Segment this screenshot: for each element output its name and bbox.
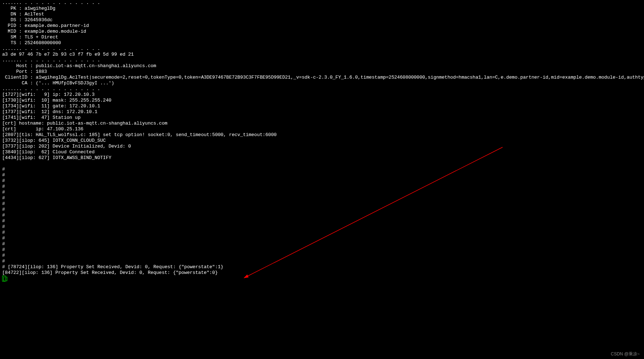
terminal-line: [crt] ip: 47.100.25.136 (2, 126, 642, 132)
terminal-line: [1741][wifi: 47] Station up (2, 115, 642, 121)
terminal-line: [3737][ilop: 202] Device Initialized, De… (2, 144, 642, 149)
terminal-line: # (2, 178, 642, 184)
terminal-line: # (2, 167, 642, 172)
terminal-line: [crt] hostname: public.iot-as-mqtt.cn-sh… (2, 121, 642, 126)
terminal-line: ....... . . . . . . . . . . . . . . (2, 46, 642, 52)
terminal-line: # (2, 213, 642, 218)
terminal-line: [1737][wifi: 12] dns: 172.20.10.1 (2, 109, 642, 115)
terminal-line: # (2, 224, 642, 230)
terminal-line: DN : AclTest (2, 11, 642, 17)
terminal-line: DS : 32645936dc (2, 17, 642, 23)
terminal-prompt[interactable]: [] (2, 276, 642, 282)
terminal-output[interactable]: ....... . . . . . . . . . . . . . . PK :… (0, 0, 644, 282)
terminal-line: Host : public.iot-as-mqtt.cn-shanghai.al… (2, 63, 642, 69)
terminal-line: TS : 2524608000000 (2, 40, 642, 46)
cursor: [] (2, 276, 6, 281)
terminal-line: # (2, 190, 642, 195)
terminal-line: [1730][wifi: 10] mask: 255.255.255.240 (2, 98, 642, 103)
terminal-line: Port : 1883 (2, 69, 642, 75)
terminal-line: ....... . . . . . . . . . . . . . . (2, 86, 642, 92)
terminal-line: [4434][ilop: 627] IOTX_AWSS_BIND_NOTIFY (2, 155, 642, 161)
terminal-line: [84722][ilop: 136] Property Set Received… (2, 270, 642, 276)
terminal-line: # (2, 253, 642, 258)
terminal-line: # (2, 184, 642, 190)
terminal-line: # (2, 258, 642, 264)
terminal-line: [3840][ilop: 62] Cloud Connected (2, 149, 642, 155)
terminal-line: # (2, 230, 642, 236)
terminal-line: # (2, 172, 642, 178)
terminal-line: # [78724][ilop: 136] Property Set Receiv… (2, 264, 642, 270)
terminal-line: MID : example.demo.module-id (2, 29, 642, 34)
terminal-line: ....... . . . . . . . . . . . . . . (2, 0, 642, 6)
terminal-line: [2807][tls: HAL_TLS_wolfssl.c: 185] set … (2, 132, 642, 138)
terminal-line: CA : ('... HMUfpIBvFSDJ3gyI ...') (2, 80, 642, 86)
terminal-line: ....... . . . . . . . . . . . . . . (2, 57, 642, 63)
terminal-line: PID : example.demo.partner-id (2, 23, 642, 29)
terminal-line: # (2, 218, 642, 224)
terminal-line: # (2, 236, 642, 241)
terminal-line: # (2, 201, 642, 207)
terminal-line: ClientID : a1wgiheglDg.AclTest|securemod… (2, 75, 642, 80)
terminal-line: SM : TLS + Direct (2, 34, 642, 40)
terminal-line: a3 de 97 46 7b e7 2b 93 c3 f7 fb e9 5d 9… (2, 52, 642, 57)
terminal-line: # (2, 241, 642, 247)
terminal-line: # (2, 207, 642, 213)
terminal-line: [3732][ilop: 645] IOTX_CONN_CLOUD_SUC (2, 138, 642, 144)
terminal-line: # (2, 195, 642, 201)
terminal-line: # (2, 247, 642, 253)
terminal-line: [1727][wifi: 9] ip: 172.20.10.3 (2, 92, 642, 98)
terminal-line: PK : a1wgiheglDg (2, 6, 642, 11)
terminal-line (2, 161, 642, 167)
terminal-line: [1734][wifi: 11] gate: 172.20.10.1 (2, 103, 642, 109)
watermark-text: CSDN @乘凉~ (611, 351, 640, 357)
